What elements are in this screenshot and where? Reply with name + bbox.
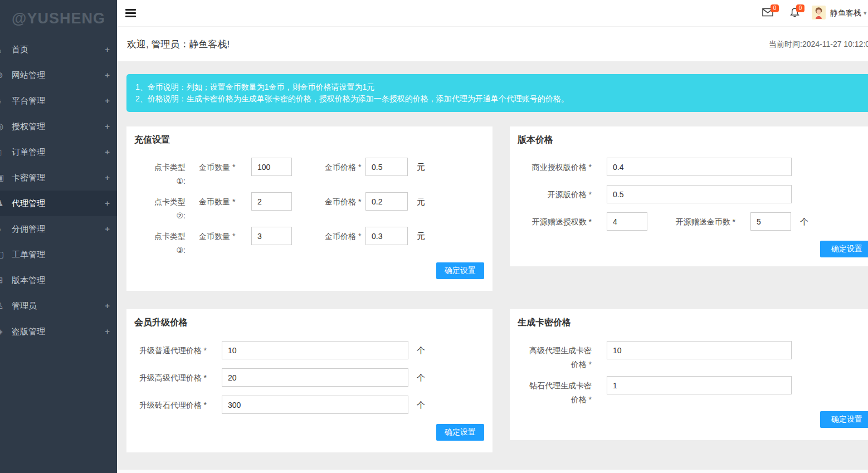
coin-qty-label: 金币数量 * (199, 163, 235, 173)
gear-icon: ⊛ (0, 70, 7, 80)
coin-price-input-2[interactable] (365, 192, 408, 211)
order-icon: □ (0, 148, 7, 157)
sidebar-item-home[interactable]: ⌂ 首页 + (0, 37, 117, 62)
sidebar-item-label: 卡密管理 (12, 173, 45, 183)
unit-yuan: 元 (417, 231, 425, 242)
coin-qty-input-2[interactable] (251, 192, 292, 211)
unit-yuan: 元 (417, 162, 425, 173)
member-upgrade-price-card: 会员升级价格 升级普通代理价格 * 个 升级高级代理价格 * 个 升级砖石代理价… (126, 309, 492, 452)
gift-license-count-input[interactable] (607, 212, 647, 231)
card-title: 版本价格 (518, 134, 553, 146)
version-price-submit-button[interactable]: 确定设置 (820, 241, 868, 257)
welcome-bar: 欢迎, 管理员：静鱼客栈! 当前时间:2024-11-27 10:12:0 (117, 26, 868, 61)
unit-ge: 个 (417, 400, 425, 411)
recharge-settings-card: 充值设置 点卡类型①: 金币数量 * 金币价格 * 元 点卡类型②: 金币数量 … (126, 126, 492, 291)
coin-qty-label: 金币数量 * (199, 232, 235, 242)
license-icon: ◎ (0, 121, 7, 131)
version-price-card: 版本价格 商业授权版价格 * 开源版价格 * 开源赠送授权数 * 开源赠送金币数… (510, 126, 868, 266)
coin-price-label: 金币价格 * (325, 163, 361, 173)
expand-plus-icon: + (105, 224, 110, 233)
card-type-label-1: 点卡类型①: (135, 160, 186, 188)
sidebar-item-license[interactable]: ◎ 授权管理 + (0, 114, 117, 139)
hamburger-menu-icon[interactable] (125, 9, 136, 19)
card-type-label-3: 点卡类型③: (135, 230, 186, 257)
mail-badge: 0 (771, 4, 779, 12)
footer-strip (117, 470, 868, 473)
senior-agent-upgrade-input[interactable] (222, 368, 408, 387)
user-avatar[interactable] (812, 6, 826, 19)
chevron-down-icon: ▾ (864, 9, 867, 17)
sidebar-item-label: 版本管理 (12, 275, 45, 286)
diamond-agent-upgrade-input[interactable] (222, 396, 408, 414)
unit-ge: 个 (800, 217, 808, 227)
sidebar-item-platform[interactable]: ≡ 平台管理 + (0, 88, 117, 114)
senior-agent-gen-price-label: 高级代理生成卡密价格 * (515, 344, 592, 372)
home-icon: ⌂ (0, 45, 7, 55)
sidebar-item-cardkey[interactable]: ▣ 卡密管理 + (0, 165, 117, 191)
card-gen-price-submit-button[interactable]: 确定设置 (820, 411, 868, 428)
top-bar: 0 0 静鱼客栈 ▾ (117, 0, 868, 26)
coin-price-input-1[interactable] (365, 158, 408, 176)
card-title: 生成卡密价格 (518, 317, 571, 329)
sidebar-item-label: 网站管理 (12, 70, 45, 81)
commission-icon: ○ (0, 225, 7, 234)
notice-banner: 1、金币说明：列如；设置金币数量为1金币，则金币价格请设置为1元 2、价格说明：… (126, 74, 868, 112)
sidebar-item-label: 订单管理 (12, 147, 45, 158)
sidebar-item-label: 平台管理 (12, 96, 45, 106)
sidebar-item-label: 代理管理 (12, 198, 45, 209)
sidebar-item-label: 分佣管理 (12, 224, 45, 235)
senior-agent-gen-price-input[interactable] (607, 341, 792, 359)
coin-price-label: 金币价格 * (325, 232, 361, 242)
expand-plus-icon: + (105, 198, 110, 208)
sidebar-item-piracy[interactable]: ◈ 盗版管理 + (0, 319, 117, 344)
normal-agent-upgrade-label: 升级普通代理价格 * (132, 346, 207, 356)
sidebar-menu: ⌂ 首页 + ⊛ 网站管理 + ≡ 平台管理 + ◎ 授权管理 + □ 订单管理… (0, 37, 117, 344)
sidebar-item-label: 盗版管理 (12, 326, 45, 337)
unit-yuan: 元 (417, 197, 425, 207)
commercial-license-price-input[interactable] (607, 158, 792, 176)
sidebar-item-website[interactable]: ⊛ 网站管理 + (0, 62, 117, 88)
username[interactable]: 静鱼客栈 (830, 8, 861, 18)
diamond-agent-gen-price-label: 钻石代理生成卡密价格 * (515, 379, 592, 407)
gift-coin-count-input[interactable] (750, 212, 791, 231)
card-title: 会员升级价格 (134, 317, 188, 329)
upgrade-price-submit-button[interactable]: 确定设置 (436, 424, 484, 441)
open-source-price-input[interactable] (607, 185, 792, 203)
expand-plus-icon: + (105, 96, 110, 105)
gift-license-count-label: 开源赠送授权数 * (515, 217, 592, 227)
sidebar-item-order[interactable]: □ 订单管理 + (0, 139, 117, 165)
coin-qty-input-3[interactable] (251, 227, 292, 245)
card-title: 充值设置 (134, 134, 170, 146)
agent-icon: ♟ (0, 198, 7, 208)
list-icon: ≡ (0, 96, 7, 106)
coin-price-input-3[interactable] (365, 227, 408, 245)
coin-price-label: 金币价格 * (325, 197, 361, 207)
expand-plus-icon: + (105, 147, 110, 157)
notice-line-1: 1、金币说明：列如；设置金币数量为1金币，则金币价格请设置为1元 (135, 81, 868, 93)
sidebar-item-agent[interactable]: ♟ 代理管理 + (0, 191, 117, 216)
work-order-icon: ▢ (0, 250, 7, 260)
sidebar-item-workorder[interactable]: ▢ 工单管理 (0, 242, 117, 267)
open-source-price-label: 开源版价格 * (515, 190, 592, 200)
commercial-license-price-label: 商业授权版价格 * (515, 163, 592, 173)
app-logo: @YUSHENG (0, 0, 117, 37)
coin-qty-input-1[interactable] (251, 158, 292, 176)
sidebar-item-version[interactable]: ⊞ 版本管理 (0, 267, 117, 293)
expand-plus-icon: + (105, 45, 110, 54)
expand-plus-icon: + (105, 70, 110, 80)
senior-agent-upgrade-label: 升级高级代理价格 * (132, 373, 207, 383)
recharge-submit-button[interactable]: 确定设置 (436, 262, 484, 279)
card-type-label-2: 点卡类型②: (135, 195, 186, 223)
card-key-icon: ▣ (0, 173, 7, 183)
admin-icon: ♙ (0, 301, 7, 311)
coin-qty-label: 金币数量 * (199, 197, 235, 207)
current-time: 当前时间:2024-11-27 10:12:0 (769, 40, 868, 50)
sidebar-item-admin[interactable]: ♙ 管理员 + (0, 293, 117, 319)
welcome-message: 欢迎, 管理员：静鱼客栈! (127, 38, 230, 51)
diamond-agent-upgrade-label: 升级砖石代理价格 * (132, 401, 207, 411)
sidebar: @YUSHENG ⌂ 首页 + ⊛ 网站管理 + ≡ 平台管理 + ◎ 授权管理… (0, 0, 117, 473)
diamond-agent-gen-price-input[interactable] (607, 376, 792, 394)
normal-agent-upgrade-input[interactable] (222, 341, 408, 359)
bell-badge: 0 (796, 4, 804, 12)
sidebar-item-commission[interactable]: ○ 分佣管理 + (0, 216, 117, 242)
